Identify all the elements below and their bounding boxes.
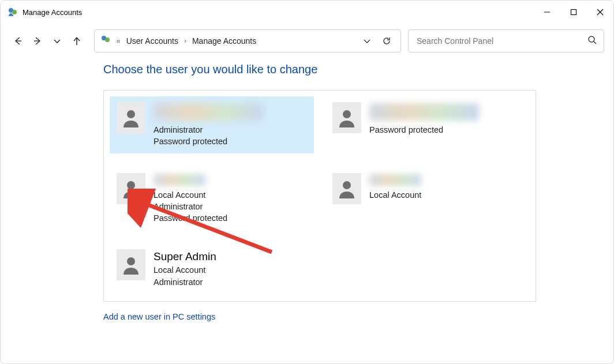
account-role: Administrator	[154, 276, 216, 288]
breadcrumb-current[interactable]: Manage Accounts	[192, 36, 256, 46]
svg-point-14	[127, 181, 135, 189]
page-title: Choose the user you would like to change	[103, 63, 533, 76]
account-name-obscured	[154, 103, 263, 121]
account-password-status: Password protected	[369, 124, 479, 136]
up-button[interactable]	[69, 33, 85, 49]
search-input[interactable]	[415, 36, 587, 46]
chevron-right-icon: ›	[184, 37, 186, 45]
address-dropdown[interactable]	[359, 33, 375, 49]
accounts-icon	[8, 7, 18, 17]
add-user-link[interactable]: Add a new user in PC settings	[103, 312, 215, 321]
account-role: Administrator	[154, 124, 263, 136]
account-type: Local Account	[369, 189, 421, 201]
account-name-obscured	[369, 103, 479, 121]
svg-point-1	[12, 10, 17, 14]
svg-point-16	[127, 257, 135, 265]
account-tile[interactable]: Super Admin Local Account Administrator	[110, 243, 314, 295]
account-tile[interactable]: Administrator Password protected	[110, 96, 314, 153]
toolbar: « User Accounts › Manage Accounts	[1, 24, 613, 63]
window-title: Manage Accounts	[23, 8, 82, 17]
accounts-container: Administrator Password protected Passwor…	[103, 90, 536, 302]
accounts-icon	[100, 35, 111, 47]
recent-dropdown[interactable]	[49, 33, 65, 49]
svg-point-15	[343, 181, 351, 189]
back-button[interactable]	[10, 33, 26, 49]
avatar	[332, 102, 361, 133]
forward-button[interactable]	[29, 33, 46, 49]
title-bar: Manage Accounts	[1, 1, 613, 24]
account-type: Local Account	[154, 264, 216, 276]
avatar	[117, 102, 145, 133]
close-button[interactable]	[587, 1, 613, 24]
avatar	[332, 173, 361, 204]
account-tile[interactable]: Local Account Administrator Password pro…	[110, 167, 314, 230]
search-icon[interactable]	[587, 35, 597, 47]
account-name-obscured	[154, 174, 205, 186]
account-password-status: Password protected	[154, 136, 263, 147]
breadcrumb-prefix: «	[117, 37, 121, 45]
avatar	[117, 249, 145, 280]
svg-point-9	[105, 37, 110, 42]
minimize-button[interactable]	[534, 1, 560, 24]
nav-buttons	[10, 33, 87, 49]
account-name: Super Admin	[154, 250, 216, 263]
account-type: Local Account	[154, 189, 227, 201]
account-role: Administrator	[154, 201, 227, 212]
address-bar[interactable]: « User Accounts › Manage Accounts	[94, 29, 401, 52]
avatar	[117, 173, 145, 204]
window-controls	[534, 1, 613, 24]
account-name-obscured	[369, 174, 421, 186]
svg-point-10	[589, 36, 594, 42]
breadcrumb-root[interactable]: User Accounts	[126, 36, 178, 46]
svg-point-13	[343, 110, 351, 118]
search-box[interactable]	[408, 29, 604, 52]
refresh-button[interactable]	[379, 33, 395, 49]
svg-rect-3	[571, 10, 576, 15]
maximize-button[interactable]	[560, 1, 587, 24]
account-password-status: Password protected	[154, 212, 227, 224]
content: Choose the user you would like to change…	[1, 63, 613, 322]
account-tile[interactable]: Password protected	[325, 96, 530, 153]
svg-line-11	[594, 42, 596, 44]
account-tile[interactable]: Local Account	[325, 167, 530, 230]
svg-point-12	[127, 110, 135, 118]
